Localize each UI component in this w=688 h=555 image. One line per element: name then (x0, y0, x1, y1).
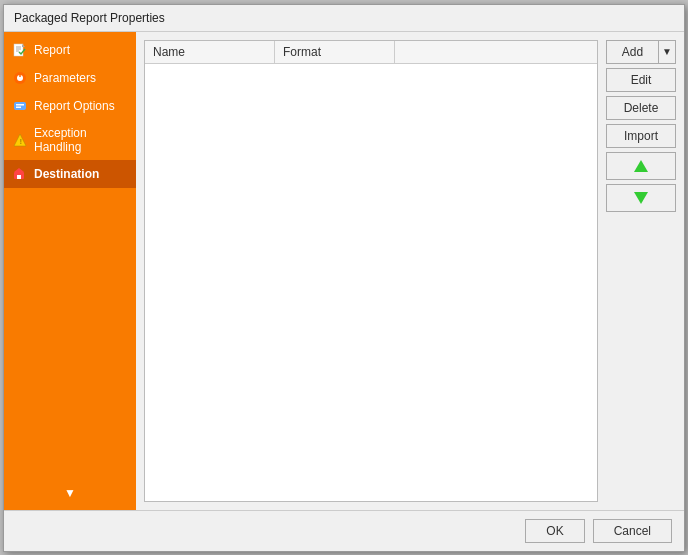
dialog-title: Packaged Report Properties (14, 11, 165, 25)
sidebar-item-destination-label: Destination (34, 167, 99, 181)
main-area: Name Format Add ▼ Edit Delete Import (136, 32, 684, 510)
add-button-container: Add ▼ (606, 40, 676, 64)
title-bar: Packaged Report Properties (4, 5, 684, 32)
svg-text:!: ! (20, 137, 23, 146)
destination-icon (12, 166, 28, 182)
sidebar-item-parameters-label: Parameters (34, 71, 96, 85)
report-options-icon (12, 98, 28, 114)
sidebar-item-report[interactable]: Report (4, 36, 136, 64)
dialog-footer: OK Cancel (4, 510, 684, 551)
col-name: Name (145, 41, 275, 63)
svg-rect-10 (16, 106, 21, 108)
svg-rect-15 (17, 175, 21, 179)
edit-button[interactable]: Edit (606, 68, 676, 92)
svg-marker-4 (22, 44, 25, 47)
col-format: Format (275, 41, 395, 63)
sidebar: Report Parameters (4, 32, 136, 510)
parameters-icon (12, 70, 28, 86)
add-button[interactable]: Add (606, 40, 658, 64)
svg-point-7 (19, 75, 21, 77)
svg-rect-9 (16, 104, 24, 106)
col-extra (395, 41, 597, 63)
exception-icon: ! (12, 132, 28, 148)
ok-button[interactable]: OK (525, 519, 584, 543)
sidebar-item-report-label: Report (34, 43, 70, 57)
sidebar-scroll-down[interactable]: ▼ (4, 480, 136, 506)
table-container: Name Format (144, 40, 598, 502)
action-buttons: Add ▼ Edit Delete Import (606, 40, 676, 502)
move-up-icon (634, 160, 648, 172)
table-body (145, 64, 597, 501)
svg-rect-8 (14, 102, 26, 110)
svg-marker-14 (14, 168, 24, 172)
table-header: Name Format (145, 41, 597, 64)
import-button[interactable]: Import (606, 124, 676, 148)
sidebar-item-exception-handling[interactable]: ! Exception Handling (4, 120, 136, 160)
sidebar-item-report-options[interactable]: Report Options (4, 92, 136, 120)
dialog-body: Report Parameters (4, 32, 684, 510)
move-up-button[interactable] (606, 152, 676, 180)
sidebar-item-exception-label: Exception Handling (34, 126, 128, 154)
move-down-button[interactable] (606, 184, 676, 212)
delete-button[interactable]: Delete (606, 96, 676, 120)
sidebar-item-report-options-label: Report Options (34, 99, 115, 113)
sidebar-item-destination[interactable]: Destination (4, 160, 136, 188)
report-icon (12, 42, 28, 58)
dialog-container: Packaged Report Properties Report (3, 4, 685, 552)
scroll-down-arrow: ▼ (64, 486, 76, 500)
add-dropdown-button[interactable]: ▼ (658, 40, 676, 64)
cancel-button[interactable]: Cancel (593, 519, 672, 543)
sidebar-spacer (4, 188, 136, 480)
sidebar-item-parameters[interactable]: Parameters (4, 64, 136, 92)
move-down-icon (634, 192, 648, 204)
